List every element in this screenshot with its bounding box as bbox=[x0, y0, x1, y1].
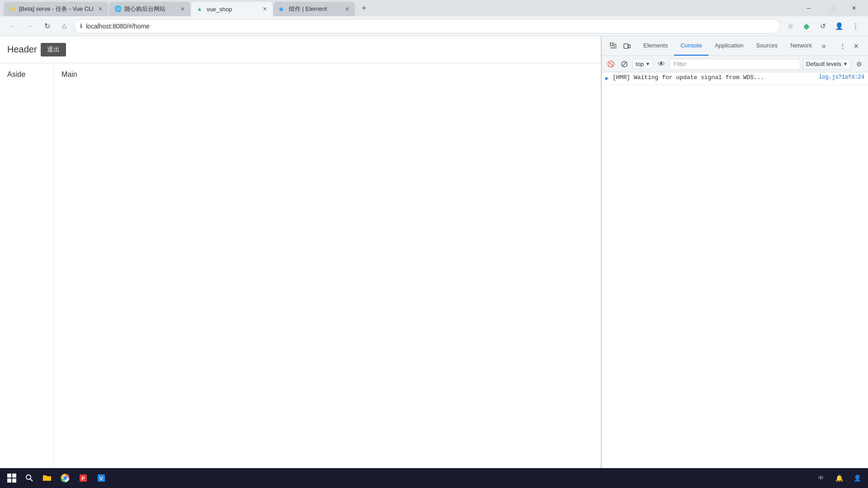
home-button[interactable]: ⌂ bbox=[57, 19, 71, 33]
maximize-button[interactable]: ⬜ bbox=[821, 0, 842, 16]
console-clear-btn[interactable]: 🚫 bbox=[605, 59, 616, 70]
svg-point-12 bbox=[63, 476, 67, 480]
devtools-more-tabs[interactable]: » bbox=[818, 42, 830, 50]
page-body: Aside Main bbox=[0, 63, 601, 468]
svg-line-10 bbox=[30, 479, 33, 481]
context-dropdown-icon: ▼ bbox=[646, 61, 650, 66]
devtools-inspect-icon[interactable] bbox=[607, 40, 620, 52]
svg-rect-8 bbox=[12, 479, 16, 483]
tab-title-2: 随心购后台网站 bbox=[124, 5, 176, 13]
console-eye-icon[interactable]: 👁 bbox=[656, 59, 667, 70]
logout-button[interactable]: 退出 bbox=[41, 43, 66, 56]
devtools-left-icons bbox=[604, 40, 637, 52]
menu-icon[interactable]: ⋮ bbox=[848, 19, 863, 33]
tab-close-3[interactable]: ✕ bbox=[261, 5, 269, 13]
svg-rect-7 bbox=[7, 479, 11, 483]
address-bar[interactable]: ℹ localhost:8080/#/home bbox=[74, 19, 780, 33]
close-button[interactable]: ✕ bbox=[844, 0, 864, 16]
tab-application[interactable]: Application bbox=[708, 36, 750, 56]
console-toolbar: 🚫 top ▼ 👁 Filter Default levels bbox=[602, 56, 868, 72]
browser-toolbar: ← → ↻ ⌂ ℹ localhost:8080/#/home ☆ ◆ ↺ 👤 … bbox=[0, 16, 868, 36]
console-ban-btn[interactable] bbox=[619, 59, 630, 70]
filter-placeholder: Filter bbox=[674, 61, 687, 67]
tab-element[interactable]: ◆ 组件 | Element ✕ bbox=[274, 2, 355, 16]
taskbar-language-icon[interactable]: 中 bbox=[814, 471, 828, 485]
tab-shop-backend[interactable]: 🌐 随心购后台网站 ✕ bbox=[109, 2, 190, 16]
content-area: Header 退出 Aside Main bbox=[0, 36, 868, 468]
tab-favicon-3: ▲ bbox=[197, 5, 204, 13]
tab-network[interactable]: Network bbox=[784, 36, 818, 56]
tab-elements[interactable]: Elements bbox=[637, 36, 674, 56]
devtools-actions: ⋮ ✕ bbox=[836, 40, 866, 52]
console-filter-input[interactable]: Filter bbox=[670, 59, 800, 70]
context-value: top bbox=[636, 61, 644, 67]
log-source[interactable]: log.js?1afd:24 bbox=[819, 74, 864, 80]
devtools-panel: Elements Console Application Sources Net… bbox=[601, 36, 868, 468]
tab-title-3: vue_shop bbox=[207, 6, 258, 13]
page-header: Header 退出 bbox=[0, 36, 601, 63]
devtools-close-icon[interactable]: ✕ bbox=[850, 40, 863, 52]
taskbar-app4[interactable]: V bbox=[93, 470, 109, 486]
svg-point-9 bbox=[26, 475, 31, 479]
reload-button[interactable]: ↻ bbox=[40, 19, 54, 33]
devtools-header: Elements Console Application Sources Net… bbox=[602, 36, 868, 56]
page-aside: Aside bbox=[0, 63, 54, 468]
tab-console[interactable]: Console bbox=[674, 36, 708, 56]
svg-rect-1 bbox=[624, 44, 628, 48]
svg-line-4 bbox=[622, 62, 627, 66]
tab-title-4: 组件 | Element bbox=[289, 5, 340, 13]
tab-close-4[interactable]: ✕ bbox=[343, 5, 351, 13]
tab-favicon-2: 🌐 bbox=[114, 5, 122, 13]
tabs-bar: ⚡ [Beta] serve - 任务 - Vue CLI ✕ 🌐 随心购后台网… bbox=[4, 0, 795, 16]
console-settings-icon[interactable]: ⚙ bbox=[854, 59, 864, 70]
tab-beta-serve[interactable]: ⚡ [Beta] serve - 任务 - Vue CLI ✕ bbox=[4, 2, 108, 16]
minimize-button[interactable]: ─ bbox=[798, 0, 819, 16]
devtools-tabs: Elements Console Application Sources Net… bbox=[637, 36, 836, 56]
toolbar-right: ☆ ◆ ↺ 👤 ⋮ bbox=[783, 19, 863, 33]
security-icon: ℹ bbox=[80, 23, 82, 29]
tab-favicon-4: ◆ bbox=[279, 5, 286, 13]
svg-rect-2 bbox=[628, 45, 630, 48]
tab-sources[interactable]: Sources bbox=[750, 36, 784, 56]
start-button[interactable] bbox=[4, 470, 20, 486]
taskbar: P V 中 🔔 👤 bbox=[0, 468, 868, 488]
forward-button[interactable]: → bbox=[23, 19, 37, 33]
console-log-row-hmr: ▶ [HMR] Waiting for update signal from W… bbox=[602, 72, 868, 85]
page-main: Main bbox=[54, 63, 601, 468]
console-content: ▶ [HMR] Waiting for update signal from W… bbox=[602, 72, 868, 468]
tab-favicon-1: ⚡ bbox=[9, 5, 16, 13]
svg-rect-5 bbox=[7, 474, 11, 478]
taskbar-explorer[interactable] bbox=[39, 470, 55, 486]
back-button[interactable]: ← bbox=[5, 19, 20, 33]
taskbar-notify-icon[interactable]: 🔔 bbox=[832, 471, 846, 485]
taskbar-search[interactable] bbox=[22, 470, 37, 486]
devtools-device-icon[interactable] bbox=[621, 40, 633, 52]
bookmark-icon[interactable]: ☆ bbox=[783, 19, 797, 33]
tab-vue-shop[interactable]: ▲ vue_shop ✕ bbox=[191, 2, 273, 16]
console-context-selector[interactable]: top ▼ bbox=[632, 59, 653, 70]
user-account-icon[interactable]: 👤 bbox=[832, 19, 846, 33]
address-url: localhost:8080/#/home bbox=[86, 23, 774, 30]
taskbar-app3[interactable]: P bbox=[75, 470, 91, 486]
refresh-icon[interactable]: ↺ bbox=[816, 19, 830, 33]
devtools-options-icon[interactable]: ⋮ bbox=[836, 40, 849, 52]
profile-icon[interactable]: ◆ bbox=[799, 19, 814, 33]
levels-dropdown-icon: ▼ bbox=[843, 61, 848, 66]
default-levels-dropdown[interactable]: Default levels ▼ bbox=[803, 59, 851, 70]
browser-window: ⚡ [Beta] serve - 任务 - Vue CLI ✕ 🌐 随心购后台网… bbox=[0, 0, 868, 488]
new-tab-button[interactable]: + bbox=[358, 2, 370, 14]
taskbar-right: 中 🔔 👤 bbox=[814, 471, 864, 485]
webpage: Header 退出 Aside Main bbox=[0, 36, 601, 468]
svg-text:P: P bbox=[81, 476, 85, 481]
log-expand-arrow[interactable]: ▶ bbox=[605, 74, 613, 82]
log-message: [HMR] Waiting for update signal from WDS… bbox=[613, 74, 819, 81]
header-title: Header bbox=[7, 44, 37, 55]
svg-text:V: V bbox=[99, 476, 103, 481]
svg-rect-0 bbox=[610, 43, 613, 46]
title-bar: ⚡ [Beta] serve - 任务 - Vue CLI ✕ 🌐 随心购后台网… bbox=[0, 0, 868, 16]
taskbar-user-icon[interactable]: 👤 bbox=[850, 471, 864, 485]
tab-close-2[interactable]: ✕ bbox=[179, 5, 187, 13]
tab-close-1[interactable]: ✕ bbox=[96, 5, 104, 13]
taskbar-chrome[interactable] bbox=[57, 470, 73, 486]
svg-rect-6 bbox=[12, 474, 16, 478]
